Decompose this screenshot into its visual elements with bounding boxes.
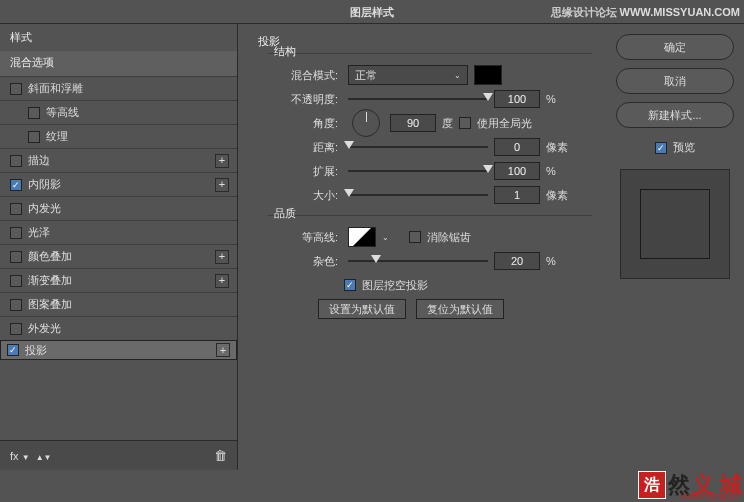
style-item-1[interactable]: 等高线 [0,100,237,124]
style-label: 颜色叠加 [28,249,72,264]
watermark-top: 思缘设计论坛 WWW.MISSYUAN.COM [551,0,740,25]
distance-label: 距离: [268,140,338,155]
style-item-8[interactable]: 渐变叠加+ [0,268,237,292]
opacity-label: 不透明度: [268,92,338,107]
antialias-checkbox[interactable] [409,231,421,243]
noise-value[interactable]: 20 [494,252,540,270]
preview-box [620,169,730,279]
style-label: 纹理 [46,129,68,144]
ok-button[interactable]: 确定 [616,34,734,60]
add-effect-icon[interactable]: + [215,274,229,288]
style-item-0[interactable]: 斜面和浮雕 [0,76,237,100]
style-item-2[interactable]: 纹理 [0,124,237,148]
angle-value[interactable]: 90 [390,114,436,132]
knockout-label: 图层挖空投影 [362,278,428,293]
global-light-checkbox[interactable] [459,117,471,129]
contour-label: 等高线: [268,230,338,245]
structure-label: 结构 [274,44,592,59]
style-label: 外发光 [28,321,61,336]
style-label: 渐变叠加 [28,273,72,288]
preview-label: 预览 [673,140,695,155]
style-item-4[interactable]: 内阴影+ [0,172,237,196]
blend-mode-select[interactable]: 正常⌄ [348,65,468,85]
knockout-checkbox[interactable] [344,279,356,291]
styles-panel: 样式 混合选项 斜面和浮雕等高线纹理描边+内阴影+内发光光泽颜色叠加+渐变叠加+… [0,24,238,470]
reset-default-button[interactable]: 复位为默认值 [416,299,504,319]
preview-checkbox[interactable] [655,142,667,154]
style-checkbox[interactable] [10,179,22,191]
style-item-5[interactable]: 内发光 [0,196,237,220]
window-title: 图层样式 [350,6,394,18]
style-checkbox[interactable] [7,344,19,356]
quality-label: 品质 [274,206,592,221]
spread-value[interactable]: 100 [494,162,540,180]
style-item-9[interactable]: 图案叠加 [0,292,237,316]
noise-slider[interactable] [348,257,488,265]
make-default-button[interactable]: 设置为默认值 [318,299,406,319]
styles-footer: fx ▼ ▲▼ 🗑 [0,440,237,470]
style-checkbox[interactable] [10,275,22,287]
add-effect-icon[interactable]: + [215,154,229,168]
styles-header: 样式 [0,24,237,51]
title-bar: 图层样式 思缘设计论坛 WWW.MISSYUAN.COM [0,0,744,24]
style-checkbox[interactable] [10,155,22,167]
distance-value[interactable]: 0 [494,138,540,156]
blend-mode-label: 混合模式: [268,68,338,83]
style-checkbox[interactable] [28,131,40,143]
size-slider[interactable] [348,191,488,199]
watermark-bottom: 浩 然 义 城 www.hryckj.cn [638,470,742,500]
add-effect-icon[interactable]: + [216,343,230,357]
style-label: 投影 [25,343,47,358]
style-label: 光泽 [28,225,50,240]
structure-group: 结构 混合模式: 正常⌄ 不透明度: 100 % 角度: 90 度 使用全局光 [268,53,592,207]
blending-options[interactable]: 混合选项 [0,51,237,76]
angle-dial[interactable] [352,109,380,137]
new-style-button[interactable]: 新建样式... [616,102,734,128]
style-checkbox[interactable] [10,203,22,215]
trash-icon[interactable]: 🗑 [214,448,227,463]
style-label: 内阴影 [28,177,61,192]
size-label: 大小: [268,188,338,203]
style-label: 内发光 [28,201,61,216]
add-effect-icon[interactable]: + [215,178,229,192]
opacity-slider[interactable] [348,95,488,103]
style-item-10[interactable]: 外发光 [0,316,237,340]
quality-group: 品质 等高线: ⌄ 消除锯齿 杂色: 20 % 图层挖空投影 设置为默认值 复位… [268,215,592,321]
cancel-button[interactable]: 取消 [616,68,734,94]
style-item-11[interactable]: 投影+ [0,340,237,360]
style-checkbox[interactable] [10,323,22,335]
style-checkbox[interactable] [10,251,22,263]
style-item-3[interactable]: 描边+ [0,148,237,172]
main-area: 样式 混合选项 斜面和浮雕等高线纹理描边+内阴影+内发光光泽颜色叠加+渐变叠加+… [0,24,744,470]
style-checkbox[interactable] [28,107,40,119]
style-checkbox[interactable] [10,299,22,311]
fx-menu[interactable]: fx ▼ ▲▼ [10,450,52,462]
style-label: 描边 [28,153,50,168]
distance-slider[interactable] [348,143,488,151]
size-value[interactable]: 1 [494,186,540,204]
angle-label: 角度: [268,116,338,131]
color-swatch[interactable] [474,65,502,85]
antialias-label: 消除锯齿 [427,230,471,245]
style-label: 图案叠加 [28,297,72,312]
style-item-7[interactable]: 颜色叠加+ [0,244,237,268]
action-panel: 确定 取消 新建样式... 预览 [606,24,744,470]
global-light-label: 使用全局光 [477,116,532,131]
style-item-6[interactable]: 光泽 [0,220,237,244]
settings-panel: 投影 结构 混合模式: 正常⌄ 不透明度: 100 % 角度: 90 度 使用全… [238,24,606,470]
spread-slider[interactable] [348,167,488,175]
noise-label: 杂色: [268,254,338,269]
style-checkbox[interactable] [10,227,22,239]
style-label: 斜面和浮雕 [28,81,83,96]
style-checkbox[interactable] [10,83,22,95]
opacity-value[interactable]: 100 [494,90,540,108]
style-label: 等高线 [46,105,79,120]
spread-label: 扩展: [268,164,338,179]
add-effect-icon[interactable]: + [215,250,229,264]
contour-picker[interactable] [348,227,376,247]
